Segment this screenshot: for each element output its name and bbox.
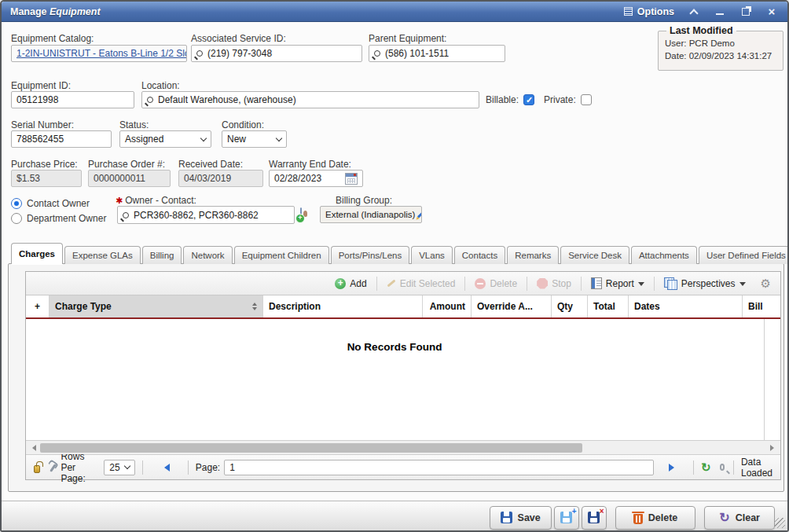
stop-button[interactable]: Stop	[531, 274, 577, 293]
last-modified-user: User: PCR Demo	[665, 37, 776, 50]
contact-owner-option[interactable]: Contact Owner	[11, 198, 90, 209]
tab-remarks[interactable]: Remarks	[507, 246, 559, 264]
tab-charges[interactable]: Charges	[11, 243, 63, 264]
tab-expense-glas[interactable]: Expense GLAs	[64, 246, 141, 264]
tab-ports-pins-lens[interactable]: Ports/Pins/Lens	[331, 246, 410, 264]
title-emphasis: Equipment	[50, 6, 101, 17]
tab-user-defined-fields[interactable]: User Defined Fields	[699, 246, 789, 264]
horizontal-scrollbar[interactable]	[26, 440, 780, 454]
received-date-value: 04/03/2019	[184, 173, 231, 184]
save-button-group: Save + ×	[490, 506, 607, 530]
scroll-right-button[interactable]	[767, 441, 780, 454]
delete-row-icon	[475, 278, 486, 289]
add-contact-icon[interactable]	[300, 207, 302, 220]
delete-label: Delete	[648, 512, 678, 523]
owner-contact-field[interactable]: PCR360-8862, PCR360-8862	[117, 206, 295, 224]
triangle-left-icon	[29, 445, 36, 451]
tab-service-desk[interactable]: Service Desk	[560, 246, 629, 264]
contact-owner-radio[interactable]	[11, 198, 22, 209]
warranty-end-date-field[interactable]: 02/28/2023	[269, 170, 363, 187]
scroll-left-button[interactable]	[26, 441, 39, 454]
sort-arrows-icon	[248, 300, 257, 313]
equipment-catalog-link[interactable]: 1-2IN-UNISTRUT - Eatons B-Line 1/2 Slot.…	[17, 48, 187, 59]
scrollbar-thumb[interactable]	[40, 443, 582, 453]
condition-select[interactable]: New	[222, 130, 287, 148]
minimize-icon	[716, 13, 724, 15]
department-owner-radio[interactable]	[11, 213, 22, 224]
status-value: Assigned	[125, 134, 163, 145]
rows-per-page-select[interactable]: 25	[104, 460, 134, 475]
column-header-bill[interactable]: Bill	[743, 295, 780, 317]
tab-vlans[interactable]: VLans	[411, 246, 453, 264]
titlebar: Manage Equipment Options ×	[2, 2, 787, 22]
serial-number-input[interactable]	[11, 130, 112, 148]
tab-equipment-children[interactable]: Equipment Children	[234, 246, 329, 264]
column-header-override-a[interactable]: Override A...	[472, 295, 552, 317]
add-button[interactable]: + Add	[329, 274, 372, 293]
calendar-icon[interactable]	[345, 173, 358, 185]
charges-grid: + Add Edit Selected Delete	[25, 271, 781, 480]
search-icon	[147, 97, 153, 103]
edit-selected-icon	[387, 279, 395, 287]
status-select[interactable]: Assigned	[119, 130, 211, 148]
wrench-icon[interactable]	[47, 462, 53, 473]
column-header-qty[interactable]: Qty	[552, 295, 588, 317]
page-label: Page:	[196, 462, 220, 473]
popout-button[interactable]	[739, 6, 752, 18]
search-icon	[374, 50, 380, 57]
toolbar-divider	[464, 277, 465, 291]
column-header-description[interactable]: Description	[263, 295, 423, 317]
delete-button[interactable]: Delete	[615, 506, 696, 530]
page-input[interactable]	[224, 460, 654, 475]
save-and-new-button[interactable]: +	[554, 506, 579, 530]
location-label: Location:	[141, 80, 180, 91]
tab-network[interactable]: Network	[183, 246, 232, 264]
manage-equipment-window: Manage Equipment Options × Equipment Cat…	[0, 0, 789, 532]
pager-search-icon[interactable]	[720, 464, 725, 471]
private-checkbox[interactable]	[581, 94, 592, 105]
delete-row-button[interactable]: Delete	[469, 274, 523, 293]
options-button[interactable]: Options	[624, 6, 674, 17]
tab-attachments[interactable]: Attachments	[631, 246, 697, 264]
billable-label: Billable:	[486, 94, 519, 105]
clear-button[interactable]: ↻ Clear	[704, 506, 775, 530]
equipment-id-input[interactable]	[11, 91, 134, 108]
save-button[interactable]: Save	[490, 506, 552, 530]
collapse-button[interactable]	[688, 6, 700, 18]
parent-equipment-field[interactable]: (586) 101-1511	[369, 45, 505, 62]
lock-icon[interactable]	[34, 465, 40, 473]
resize-grip[interactable]	[775, 518, 785, 528]
edit-pencil-icon[interactable]	[417, 211, 422, 218]
next-page-button[interactable]	[669, 464, 678, 471]
previous-page-button[interactable]	[160, 464, 170, 471]
refresh-icon[interactable]: ↻	[701, 461, 711, 473]
condition-label: Condition:	[222, 119, 264, 130]
column-header-dates[interactable]: Dates	[629, 295, 743, 317]
associated-service-field[interactable]: (219) 797-3048	[191, 45, 362, 62]
save-and-close-button[interactable]: ×	[582, 506, 607, 530]
minimize-button[interactable]	[714, 6, 726, 18]
billing-group-field[interactable]: External (Indianapolis)	[320, 206, 422, 223]
last-modified-title: Last Modified	[666, 25, 736, 36]
flags-row: Billable: Private:	[486, 91, 592, 108]
column-header-expand[interactable]: +	[26, 295, 50, 317]
column-header-amount[interactable]: Amount	[423, 295, 472, 317]
column-header-charge-type[interactable]: Charge Type	[50, 295, 263, 317]
report-button[interactable]: Report	[585, 274, 650, 293]
pager-divider	[142, 460, 143, 475]
column-label: Override A...	[477, 301, 533, 312]
tab-billing[interactable]: Billing	[142, 246, 182, 264]
vertical-scrollbar[interactable]	[764, 319, 780, 440]
department-owner-option[interactable]: Department Owner	[11, 213, 106, 224]
pager-status: Data Loaded	[741, 457, 772, 479]
tab-contacts[interactable]: Contacts	[454, 246, 505, 264]
location-field[interactable]: Default Warehouse, (warehouse)	[141, 91, 479, 108]
close-button[interactable]: ×	[765, 6, 778, 18]
billable-checkbox[interactable]	[523, 94, 534, 105]
column-label: +	[35, 301, 40, 312]
column-label: Amount	[430, 301, 465, 312]
gear-icon[interactable]: ⚙	[761, 277, 771, 289]
edit-selected-button[interactable]: Edit Selected	[381, 274, 461, 293]
perspectives-button[interactable]: Perspectives	[659, 274, 751, 293]
column-header-total[interactable]: Total	[588, 295, 629, 317]
